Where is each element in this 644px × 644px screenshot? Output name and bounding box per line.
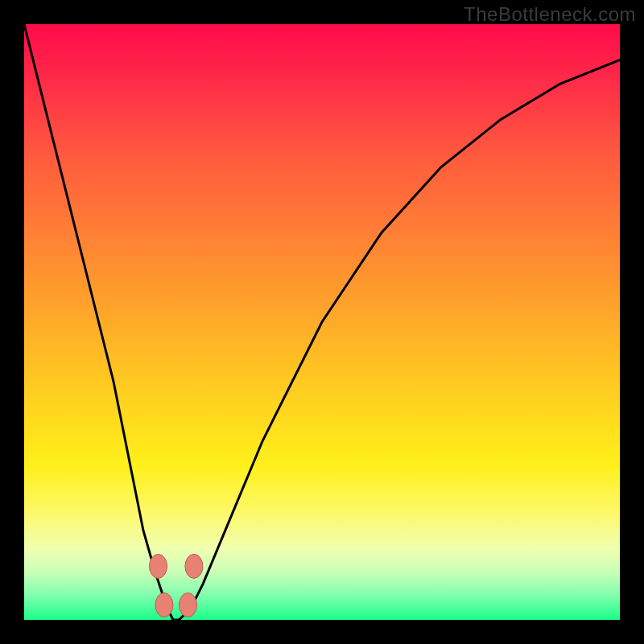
bead-marker — [180, 593, 197, 617]
chart-frame: TheBottleneck.com — [0, 0, 644, 644]
bead-marker — [155, 593, 173, 617]
plot-area — [24, 24, 620, 620]
bead-marker — [185, 554, 203, 578]
bead-marker — [150, 554, 167, 578]
watermark-text: TheBottleneck.com — [464, 3, 636, 26]
beads-layer — [24, 24, 620, 620]
